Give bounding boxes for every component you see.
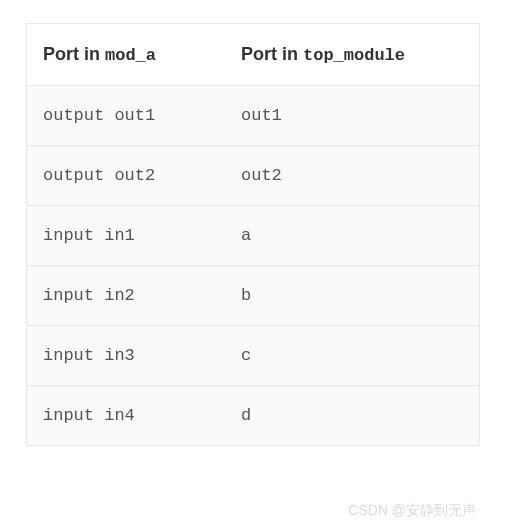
table-row: input in2 b bbox=[27, 266, 479, 326]
table-header-row: Port in mod_a Port in top_module bbox=[27, 24, 479, 86]
header-code-1: mod_a bbox=[105, 46, 156, 65]
table-row: output out1 out1 bbox=[27, 86, 479, 146]
header-cell-top-module: Port in top_module bbox=[225, 24, 479, 85]
table-row: input in4 d bbox=[27, 386, 479, 445]
cell-value: out2 bbox=[241, 166, 282, 185]
cell-mod-a-port: output out2 bbox=[27, 146, 225, 205]
cell-mod-a-port: input in4 bbox=[27, 386, 225, 445]
cell-top-module-port: b bbox=[225, 266, 479, 325]
port-mapping-table: Port in mod_a Port in top_module output … bbox=[26, 23, 480, 446]
table-row: input in3 c bbox=[27, 326, 479, 386]
header-code-2: top_module bbox=[303, 46, 405, 65]
cell-mod-a-port: input in2 bbox=[27, 266, 225, 325]
cell-value: c bbox=[241, 346, 251, 365]
cell-value: input in1 bbox=[43, 226, 135, 245]
cell-mod-a-port: output out1 bbox=[27, 86, 225, 145]
header-prefix-1: Port in bbox=[43, 44, 105, 64]
cell-mod-a-port: input in1 bbox=[27, 206, 225, 265]
cell-value: out1 bbox=[241, 106, 282, 125]
cell-top-module-port: d bbox=[225, 386, 479, 445]
cell-value: a bbox=[241, 226, 251, 245]
table-row: input in1 a bbox=[27, 206, 479, 266]
cell-value: input in4 bbox=[43, 406, 135, 425]
cell-top-module-port: out1 bbox=[225, 86, 479, 145]
header-prefix-2: Port in bbox=[241, 44, 303, 64]
cell-value: d bbox=[241, 406, 251, 425]
cell-value: output out1 bbox=[43, 106, 155, 125]
table-row: output out2 out2 bbox=[27, 146, 479, 206]
cell-top-module-port: c bbox=[225, 326, 479, 385]
cell-value: output out2 bbox=[43, 166, 155, 185]
cell-top-module-port: out2 bbox=[225, 146, 479, 205]
header-cell-mod-a: Port in mod_a bbox=[27, 24, 225, 85]
cell-value: b bbox=[241, 286, 251, 305]
cell-mod-a-port: input in3 bbox=[27, 326, 225, 385]
cell-value: input in3 bbox=[43, 346, 135, 365]
cell-top-module-port: a bbox=[225, 206, 479, 265]
cell-value: input in2 bbox=[43, 286, 135, 305]
